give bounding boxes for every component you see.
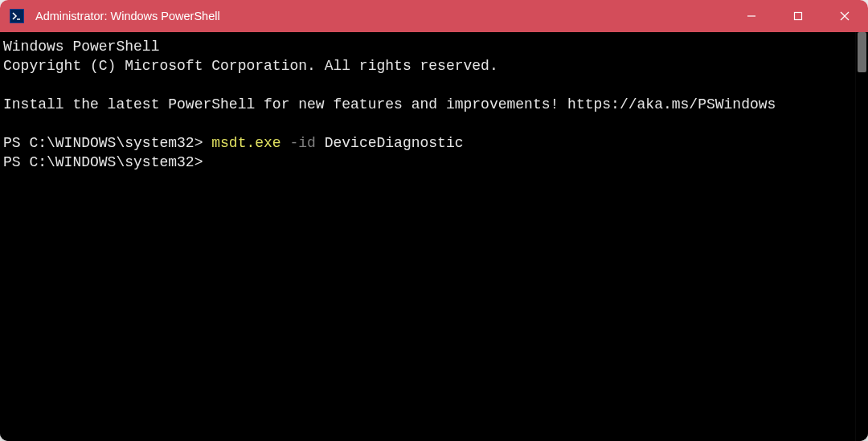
scrollbar-thumb[interactable] [858,32,866,72]
maximize-button[interactable] [775,0,821,32]
powershell-window: Administrator: Windows PowerShell Windo [0,0,868,441]
window-title: Administrator: Windows PowerShell [35,10,728,22]
window-controls [728,0,868,32]
command-executable: msdt.exe [211,135,280,151]
scrollbar[interactable] [855,32,868,441]
command-argument: DeviceDiagnostic [316,135,464,151]
powershell-icon [10,9,24,23]
terminal-prompt: PS C:\WINDOWS\system32> [3,153,852,172]
terminal[interactable]: Windows PowerShellCopyright (C) Microsof… [0,32,855,441]
command-flag: -id [281,135,316,151]
terminal-line: Copyright (C) Microsoft Corporation. All… [3,56,852,76]
close-button[interactable] [821,0,868,32]
terminal-line: Install the latest PowerShell for new fe… [3,95,852,114]
prompt-text: PS C:\WINDOWS\system32> [3,135,211,151]
terminal-line [3,76,852,95]
terminal-command-line: PS C:\WINDOWS\system32> msdt.exe -id Dev… [3,133,852,153]
svg-rect-1 [795,13,802,20]
minimize-button[interactable] [728,0,775,32]
titlebar[interactable]: Administrator: Windows PowerShell [0,0,868,32]
terminal-line: Windows PowerShell [3,37,852,56]
terminal-area: Windows PowerShellCopyright (C) Microsof… [0,32,868,441]
terminal-line [3,114,852,133]
